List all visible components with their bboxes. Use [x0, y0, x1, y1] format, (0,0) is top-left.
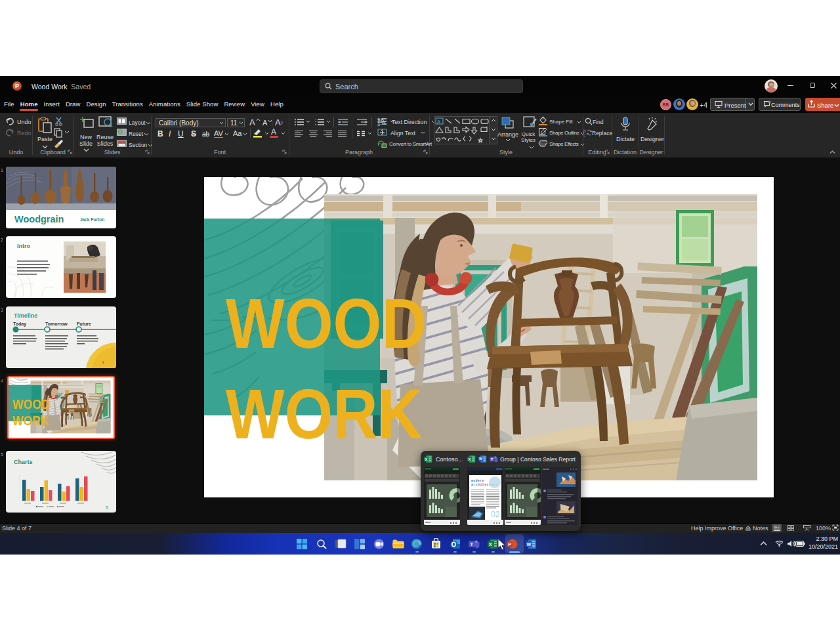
svg-text:5: 5 — [106, 505, 108, 510]
svg-text:Woodgrain: Woodgrain — [14, 214, 64, 224]
svg-text:modern: modern — [471, 479, 484, 482]
svg-text:WORK: WORK — [12, 413, 49, 428]
svg-text:X: X — [425, 457, 427, 461]
svg-text:A: A — [437, 119, 441, 125]
svg-text:WORK: WORK — [226, 375, 423, 453]
svg-text:Tomorrow: Tomorrow — [45, 322, 68, 326]
svg-text:Timeline: Timeline — [14, 312, 37, 319]
svg-text:Today: Today — [13, 322, 26, 327]
svg-text:Charts: Charts — [14, 459, 33, 465]
svg-text:T: T — [491, 457, 494, 461]
svg-text:c: c — [583, 133, 586, 137]
svg-text:T: T — [470, 541, 473, 547]
svg-text:Future: Future — [77, 322, 91, 326]
svg-text:Intro: Intro — [17, 243, 30, 249]
svg-text:02: 02 — [491, 510, 500, 519]
svg-text:3: 3 — [102, 360, 104, 365]
svg-text:WOOD: WOOD — [12, 397, 49, 411]
svg-text:WOOD: WOOD — [226, 284, 427, 363]
svg-text:ab: ab — [377, 117, 384, 124]
svg-text:P: P — [508, 541, 511, 547]
svg-text:X: X — [468, 457, 471, 461]
svg-text:Jack Purton: Jack Purton — [80, 217, 104, 222]
svg-text:W: W — [526, 542, 531, 547]
svg-text:X: X — [489, 541, 492, 547]
